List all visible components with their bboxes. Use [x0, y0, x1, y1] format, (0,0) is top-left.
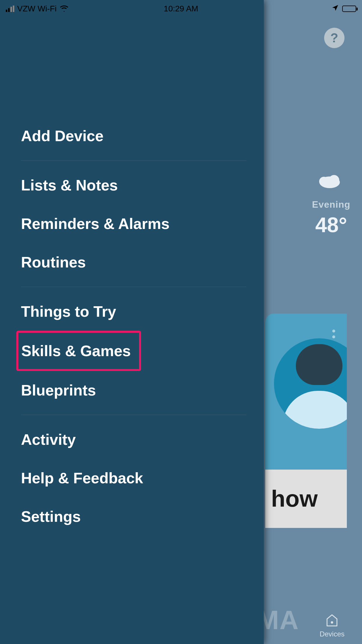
menu-item-routines[interactable]: Routines — [21, 243, 246, 281]
menu-divider — [21, 287, 246, 287]
cloud-moon-icon — [312, 169, 350, 193]
cellular-signal-icon — [6, 6, 14, 12]
wifi-icon — [59, 4, 69, 14]
weather-period-label: Evening — [312, 199, 350, 210]
svg-point-2 — [329, 175, 339, 186]
menu-item-skills-games[interactable]: Skills & Games — [21, 335, 131, 367]
menu-item-reminders-alarms[interactable]: Reminders & Alarms — [21, 204, 246, 243]
status-bar: VZW Wi-Fi 10:29 AM — [0, 0, 362, 18]
menu-item-lists-notes[interactable]: Lists & Notes — [21, 166, 246, 204]
svg-point-1 — [319, 177, 328, 186]
menu-divider — [21, 160, 246, 161]
menu-item-things-to-try[interactable]: Things to Try — [21, 292, 246, 331]
menu-item-activity[interactable]: Activity — [21, 420, 246, 459]
menu-item-blueprints[interactable]: Blueprints — [21, 371, 246, 410]
menu-item-settings[interactable]: Settings — [21, 497, 246, 536]
devices-icon — [320, 614, 345, 630]
tab-devices-label: Devices — [320, 630, 345, 638]
menu-divider — [21, 415, 246, 415]
menu-item-help-feedback[interactable]: Help & Feedback — [21, 459, 246, 497]
help-icon: ? — [331, 31, 338, 45]
avatar-illustration — [274, 338, 347, 429]
carrier-label: VZW Wi-Fi — [17, 4, 57, 13]
help-button[interactable]: ? — [324, 28, 345, 48]
card-caption: how — [265, 470, 347, 528]
card-caption-text: how — [271, 485, 318, 512]
location-icon — [332, 4, 339, 13]
content-card[interactable]: how — [265, 314, 347, 528]
svg-point-3 — [331, 621, 333, 624]
weather-widget[interactable]: Evening 48° — [312, 169, 350, 237]
battery-icon — [342, 6, 356, 12]
navigation-drawer: Add Device Lists & Notes Reminders & Ala… — [0, 0, 264, 644]
menu-item-add-device[interactable]: Add Device — [21, 117, 246, 155]
weather-temperature: 48° — [312, 213, 350, 237]
tab-devices[interactable]: Devices — [320, 614, 345, 638]
highlight-annotation: Skills & Games — [16, 331, 141, 371]
clock: 10:29 AM — [164, 4, 198, 13]
